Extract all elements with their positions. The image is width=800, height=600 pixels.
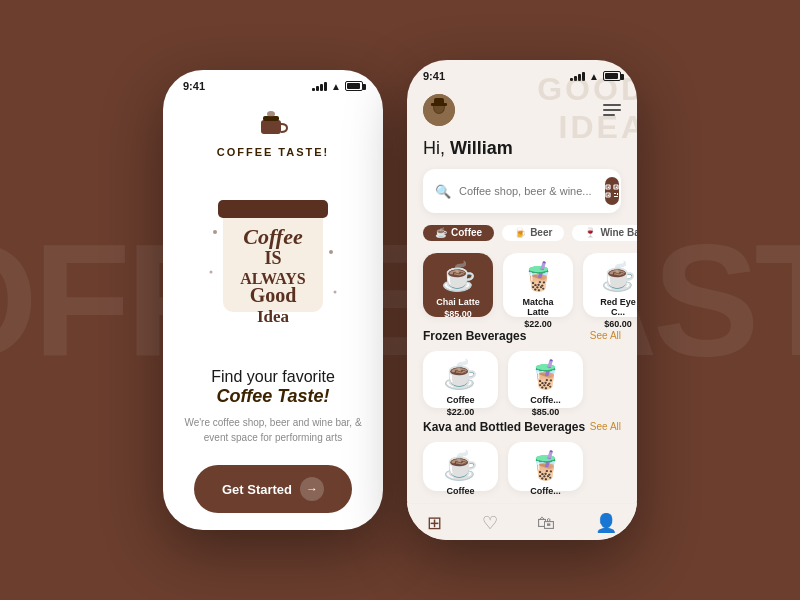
good-idea-watermark: GoodIdea bbox=[537, 70, 637, 147]
product-icon-matcha: 🧋 bbox=[521, 263, 556, 291]
kava-icon-2: 🧋 bbox=[528, 452, 563, 480]
svg-text:IS: IS bbox=[264, 248, 281, 268]
heart-icon: ♡ bbox=[482, 512, 498, 534]
tagline-line1: Find your favorite bbox=[211, 368, 335, 386]
tab-coffee-label: Coffee bbox=[451, 227, 482, 238]
product-price-matcha: $22.00 bbox=[524, 319, 552, 329]
svg-point-13 bbox=[334, 291, 337, 294]
product-icon-redeye: ☕ bbox=[601, 263, 636, 291]
splash-tagline: Find your favorite Coffee Taste! bbox=[211, 368, 335, 407]
time-2: 9:41 bbox=[423, 70, 445, 82]
nav-profile[interactable]: 👤 bbox=[595, 512, 617, 534]
product-card-chai[interactable]: ☕ Chai Latte $85.00 bbox=[423, 253, 493, 317]
kava-section-header: Kava and Bottled Beverages See All bbox=[407, 420, 637, 442]
product-name-matcha: Matcha Latte bbox=[513, 297, 563, 317]
svg-point-10 bbox=[213, 230, 217, 234]
battery-icon-2 bbox=[603, 71, 621, 81]
time-1: 9:41 bbox=[183, 80, 205, 92]
greeting-name: William bbox=[450, 138, 513, 158]
nav-cart[interactable]: 🛍 bbox=[537, 513, 555, 534]
kava-product-1[interactable]: ☕ Coffee bbox=[423, 442, 498, 491]
svg-point-2 bbox=[267, 111, 275, 117]
qr-button[interactable] bbox=[605, 177, 619, 205]
product-price-redeye: $60.00 bbox=[604, 319, 632, 329]
category-tabs: ☕ Coffee 🍺 Beer 🍷 Wine Bar 🧃 bbox=[407, 225, 637, 253]
product-name-redeye: Red Eye C... bbox=[593, 297, 637, 317]
product-card-matcha[interactable]: 🧋 Matcha Latte $22.00 bbox=[503, 253, 573, 317]
search-input[interactable] bbox=[459, 185, 597, 197]
kava-icon-1: ☕ bbox=[443, 452, 478, 480]
frozen-price-1: $22.00 bbox=[447, 407, 475, 417]
tab-beer-icon: 🍺 bbox=[514, 227, 526, 238]
tab-winebar-label: Wine Bar bbox=[600, 227, 637, 238]
logo-cup-icon bbox=[255, 106, 291, 142]
svg-rect-24 bbox=[608, 195, 610, 197]
svg-point-12 bbox=[210, 271, 213, 274]
phones-container: 9:41 ▲ COFFEE TASTE! bbox=[163, 60, 637, 540]
wifi-icon: ▲ bbox=[331, 81, 341, 92]
product-card-redeye[interactable]: ☕ Red Eye C... $60.00 bbox=[583, 253, 637, 317]
svg-point-11 bbox=[329, 250, 333, 254]
frozen-section-header: Frozen Beverages See All bbox=[407, 329, 637, 351]
frozen-product-1[interactable]: ☕ Coffee $22.00 bbox=[423, 351, 498, 408]
search-icon: 🔍 bbox=[435, 184, 451, 199]
featured-products-row: ☕ Chai Latte $85.00 🧋 Matcha Latte $22.0… bbox=[407, 253, 637, 329]
greeting-prefix: Hi, bbox=[423, 138, 450, 158]
kava-name-1: Coffee bbox=[446, 486, 474, 496]
product-icon-chai: ☕ bbox=[441, 263, 476, 291]
splash-subtitle: We're coffee shop, beer and wine bar, & … bbox=[183, 415, 363, 445]
greeting-text: Hi, William bbox=[423, 138, 513, 158]
search-bar[interactable]: 🔍 bbox=[423, 169, 621, 213]
kava-product-2[interactable]: 🧋 Coffe... bbox=[508, 442, 583, 491]
svg-text:Good: Good bbox=[250, 284, 297, 306]
product-price-chai: $85.00 bbox=[444, 309, 472, 319]
status-bar-1: 9:41 ▲ bbox=[163, 70, 383, 96]
battery-icon bbox=[345, 81, 363, 91]
bottom-nav: ⊞ ♡ 🛍 👤 bbox=[407, 503, 637, 540]
status-icons-1: ▲ bbox=[312, 81, 363, 92]
signal-icon bbox=[312, 81, 327, 91]
svg-rect-25 bbox=[614, 193, 616, 194]
frozen-name-1: Coffee bbox=[446, 395, 474, 405]
frozen-products-row: ☕ Coffee $22.00 🧋 Coffe... $85.00 bbox=[407, 351, 637, 420]
frozen-icon-1: ☕ bbox=[443, 361, 478, 389]
user-icon: 👤 bbox=[595, 512, 617, 534]
frozen-icon-2: 🧋 bbox=[528, 361, 563, 389]
nav-favorites[interactable]: ♡ bbox=[482, 512, 498, 534]
splash-illustration: Coffee IS ALWAYS Good Idea bbox=[193, 172, 353, 352]
tab-coffee-icon: ☕ bbox=[435, 227, 447, 238]
get-started-label: Get Started bbox=[222, 482, 292, 497]
svg-rect-26 bbox=[617, 193, 618, 195]
home-screen-inner: GoodIdea 9:41 ▲ bbox=[407, 60, 637, 540]
frozen-see-all[interactable]: See All bbox=[590, 330, 621, 341]
bag-icon: 🛍 bbox=[537, 513, 555, 534]
svg-rect-4 bbox=[218, 200, 328, 218]
svg-text:Coffee: Coffee bbox=[243, 224, 303, 249]
splash-phone: 9:41 ▲ COFFEE TASTE! bbox=[163, 70, 383, 530]
get-started-button[interactable]: Get Started → bbox=[194, 465, 352, 513]
svg-rect-0 bbox=[261, 120, 281, 134]
tab-beer-label: Beer bbox=[530, 227, 552, 238]
frozen-name-2: Coffe... bbox=[530, 395, 561, 405]
avatar[interactable] bbox=[423, 94, 455, 126]
frozen-product-2[interactable]: 🧋 Coffe... $85.00 bbox=[508, 351, 583, 408]
nav-home[interactable]: ⊞ bbox=[427, 512, 442, 534]
kava-see-all[interactable]: See All bbox=[590, 421, 621, 432]
svg-rect-22 bbox=[608, 187, 610, 189]
tab-winebar[interactable]: 🍷 Wine Bar bbox=[572, 225, 637, 241]
arrow-icon: → bbox=[300, 477, 324, 501]
kava-name-2: Coffe... bbox=[530, 486, 561, 496]
frozen-section-title: Frozen Beverages bbox=[423, 329, 526, 343]
svg-rect-18 bbox=[434, 98, 444, 105]
product-name-chai: Chai Latte bbox=[436, 297, 480, 307]
kava-section-title: Kava and Bottled Beverages bbox=[423, 420, 585, 434]
svg-rect-23 bbox=[616, 187, 618, 189]
tab-coffee[interactable]: ☕ Coffee bbox=[423, 225, 494, 241]
kava-products-row: ☕ Coffee 🧋 Coffe... bbox=[407, 442, 637, 503]
frozen-price-2: $85.00 bbox=[532, 407, 560, 417]
app-logo: COFFEE TASTE! bbox=[217, 106, 330, 158]
svg-rect-27 bbox=[614, 196, 618, 197]
svg-text:Idea: Idea bbox=[257, 307, 290, 326]
tab-beer[interactable]: 🍺 Beer bbox=[502, 225, 564, 241]
app-title: COFFEE TASTE! bbox=[217, 146, 330, 158]
